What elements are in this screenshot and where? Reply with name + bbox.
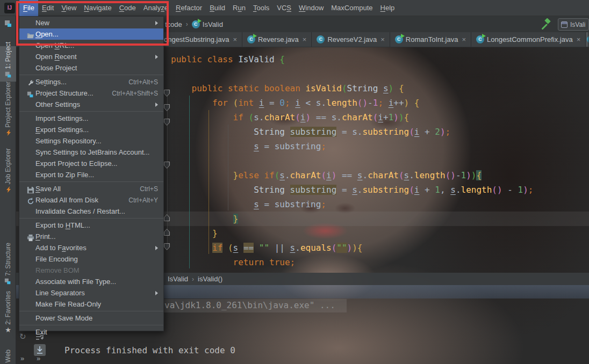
menu-item-settings[interactable]: Settings...Ctrl+Alt+S — [19, 76, 163, 88]
editor-tab-reverse-java[interactable]: CReverse.java× — [242, 32, 312, 47]
tab-close-icon[interactable]: × — [577, 36, 581, 43]
fold-expand-icon[interactable] — [163, 104, 170, 112]
stripe-label: Web — [4, 350, 12, 362]
menubar-item-vcs[interactable]: VCS — [273, 0, 295, 16]
project-icon[interactable] — [4, 19, 12, 28]
tab-close-icon[interactable]: × — [380, 36, 385, 43]
menu-item-open-url[interactable]: Open URL... — [19, 40, 163, 51]
tab-label: RomanToInt.java — [406, 35, 458, 43]
menu-item-close-project[interactable]: Close Project — [19, 62, 163, 74]
menu-item-label: Print... — [35, 232, 56, 241]
editor-tab-longestcommonprefix-java[interactable]: CLongestCommonPrefix.java× — [471, 32, 586, 47]
menu-item-export-to-zip-file[interactable]: Export to Zip File... — [19, 169, 163, 180]
class-icon: C — [587, 35, 589, 43]
menu-item-line-separators[interactable]: Line Separators — [19, 287, 163, 299]
menubar-item-code[interactable]: Code — [116, 0, 140, 16]
editor-tab-romantoint-java[interactable]: CRomanToInt.java× — [390, 32, 471, 47]
menubar-item-build[interactable]: Build — [206, 0, 229, 16]
menubar-item-help[interactable]: Help — [377, 0, 399, 16]
menu-item-power-save-mode[interactable]: Power Save Mode — [19, 312, 163, 324]
stripe-item-1-project[interactable]: 1: Project — [0, 46, 16, 82]
menu-item-add-to-favorites[interactable]: Add to Favorites — [19, 242, 163, 253]
build-hammer-icon[interactable] — [541, 18, 552, 30]
code-line: } — [171, 212, 533, 226]
menu-bar: IJ FileEditViewNavigateCodeAnalyzeRefact… — [0, 0, 589, 16]
crumb-method[interactable]: isValid() — [198, 275, 222, 283]
menubar-item-run[interactable]: Run — [229, 0, 249, 16]
wrench-icon — [23, 78, 32, 86]
editor-tab-reversev2-java[interactable]: CReverseV2.java× — [312, 32, 390, 47]
stripe-item-7-structure[interactable]: 7: Structure — [0, 234, 16, 288]
ide-window: public class IsValid { public static boo… — [0, 0, 589, 364]
menu-item-project-structure[interactable]: Project Structure...Ctrl+Alt+Shift+S — [19, 88, 163, 99]
stripe-item-project-explorer[interactable]: Project Explorer — [0, 86, 16, 140]
fold-expand-icon[interactable] — [163, 161, 170, 169]
menu-item-invalidate-caches-restart[interactable]: Invalidate Caches / Restart... — [19, 206, 163, 217]
run-configuration-select[interactable]: IsVali — [558, 18, 589, 31]
explorer-icon — [4, 184, 12, 196]
code-line: s = substring; — [171, 197, 533, 212]
editor-tab-active-partial[interactable]: C — [586, 32, 589, 47]
menu-item-label: Open Recent — [35, 53, 77, 61]
menu-item-export-settings[interactable]: Export Settings... — [19, 124, 163, 135]
menu-item-label: Power Save Mode — [35, 314, 92, 322]
menu-item-label: Close Project — [35, 64, 77, 72]
menu-item-new[interactable]: New — [19, 17, 163, 28]
menu-item-label: Sync Settings to JetBrains Account... — [35, 148, 149, 156]
menu-item-settings-repository[interactable]: Settings Repository... — [19, 135, 163, 147]
tab-close-icon[interactable]: × — [462, 36, 466, 43]
menu-item-sync-settings-to-jetbrains-account[interactable]: Sync Settings to JetBrains Account... — [19, 147, 163, 158]
run-config-icon — [561, 21, 568, 28]
fold-expand-icon[interactable] — [163, 118, 170, 126]
menu-item-label: Other Settings — [35, 100, 80, 108]
menu-item-open[interactable]: Open... — [19, 28, 163, 40]
stripe-item-web[interactable]: Web — [0, 345, 16, 364]
menubar-item-view[interactable]: View — [58, 0, 80, 16]
crumb-class[interactable]: IsValid — [168, 275, 188, 283]
menu-item-print[interactable]: Print... — [19, 231, 163, 242]
code-line: public class IsValid { — [171, 52, 533, 67]
menu-item-open-recent[interactable]: Open Recent — [19, 51, 163, 62]
menubar-item-file[interactable]: File — [19, 0, 38, 16]
menubar-item-tools[interactable]: Tools — [249, 0, 273, 16]
breadcrumb-class[interactable]: IsValid — [203, 20, 223, 28]
menu-item-export-project-to-eclipse[interactable]: Export Project to Eclipse... — [19, 158, 163, 169]
menu-item-import-settings[interactable]: Import Settings... — [19, 113, 163, 124]
menu-item-file-encoding[interactable]: File Encoding — [19, 253, 163, 265]
menu-item-other-settings[interactable]: Other Settings — [19, 99, 163, 110]
stripe-item-job-explorer[interactable]: Job Explorer — [0, 145, 16, 196]
fold-collapse-icon[interactable] — [163, 228, 170, 236]
menu-item-save-all[interactable]: Save AllCtrl+S — [19, 183, 163, 194]
console-exit-message: Process finished with exit code 0 — [64, 344, 235, 358]
menubar-item-refactor[interactable]: Refactor — [172, 0, 206, 16]
stripe-label: 1: Project — [4, 42, 12, 69]
breadcrumb-package[interactable]: tcode — [165, 20, 182, 28]
code-line: for (int i = 0; i < s.length()-1; i++) { — [171, 96, 533, 110]
menu-item-exit[interactable]: Exit — [19, 326, 163, 338]
menubar-item-analyze[interactable]: Analyze — [140, 0, 172, 16]
star-icon: ★ — [5, 326, 11, 333]
more-icon[interactable]: » — [20, 355, 24, 362]
code-line: String substring = s.substring(i + 2); — [171, 125, 533, 139]
menu-item-reload-all-from-disk[interactable]: Reload All from DiskCtrl+Alt+Y — [19, 194, 163, 206]
menu-item-label: Export Settings... — [35, 126, 89, 134]
more-icon[interactable]: » — [37, 355, 40, 362]
code-editor[interactable]: public class IsValid { public static boo… — [171, 52, 533, 270]
menu-item-export-to-html[interactable]: Export to HTML... — [19, 220, 163, 231]
breadcrumb-separator: › — [186, 20, 188, 28]
tab-close-icon[interactable]: × — [303, 36, 307, 43]
fold-expand-icon[interactable] — [163, 89, 170, 97]
menubar-item-maxcompute[interactable]: MaxCompute — [327, 0, 376, 16]
run-config-name: IsVali — [570, 21, 585, 28]
menu-separator — [19, 325, 163, 325]
menubar-item-navigate[interactable]: Navigate — [80, 0, 115, 16]
menubar-item-edit[interactable]: Edit — [38, 0, 58, 16]
stripe-item-2-favorites[interactable]: 2: Favorites★ — [0, 297, 16, 335]
tab-close-icon[interactable]: × — [233, 36, 237, 43]
menubar-item-window[interactable]: Window — [295, 0, 327, 16]
fold-expand-icon[interactable] — [163, 243, 170, 251]
menu-item-associate-with-file-type[interactable]: Associate with File Type... — [19, 276, 163, 287]
menu-item-label: Export Project to Eclipse... — [35, 159, 117, 168]
fold-collapse-icon[interactable] — [163, 214, 170, 222]
menu-item-make-file-read-only[interactable]: Make File Read-Only — [19, 299, 163, 310]
